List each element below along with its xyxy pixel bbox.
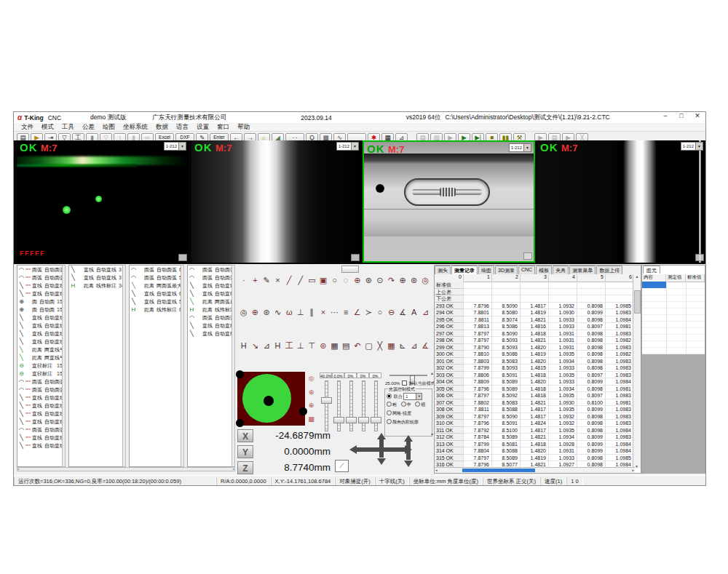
- tab-4[interactable]: CNC: [518, 266, 535, 274]
- table-row[interactable]: 296 OK7.88138.50861.48161.09330.80971.09…: [435, 323, 635, 330]
- table-special-row[interactable]: 标准值: [435, 282, 635, 289]
- slider-track[interactable]: [374, 380, 378, 431]
- tool-icon-1-1[interactable]: ⊕: [250, 307, 261, 317]
- minimize-button[interactable]: –: [657, 112, 673, 119]
- table-row[interactable]: 313 OK7.87998.50811.48181.09280.80991.09…: [435, 441, 635, 448]
- list-item[interactable]: ╲直线自动直线5: [188, 290, 234, 298]
- list-item[interactable]: ╲直线自动直线15: [17, 322, 65, 330]
- intensity-slider[interactable]: [389, 375, 427, 376]
- list-item[interactable]: ⊕圆自动圆15792: [17, 298, 65, 306]
- feature-list-panel-2[interactable]: ╲直线自动直线3╲直线自动直线3H距离线性标注34: [68, 265, 126, 467]
- camera-pane-4[interactable]: OK M:7 1-212▼: [537, 140, 705, 263]
- tool-icon-2-6[interactable]: ⊤: [306, 340, 318, 351]
- tool-icon-2-8[interactable]: ▦: [329, 340, 341, 351]
- list-item[interactable]: ◠***圆弧自动圆弧: [17, 266, 65, 274]
- tool-icon-2-13[interactable]: ▦: [386, 340, 397, 351]
- mode-radio-fine[interactable]: [415, 402, 420, 407]
- tab-1[interactable]: 测量记录: [451, 266, 478, 274]
- camera-3-grip-icon[interactable]: [523, 252, 532, 260]
- tool-icon-0-8[interactable]: ○: [329, 275, 341, 285]
- list-scrollbar[interactable]: [181, 265, 184, 467]
- tool-icon-2-5[interactable]: ⊥: [295, 340, 306, 351]
- camera-1-lens-select[interactable]: 1-212▼: [164, 142, 186, 151]
- table-row[interactable]: 309 OK7.87978.50901.48171.09320.80981.09…: [435, 413, 635, 420]
- table-row[interactable]: 310 OK7.87968.50911.48241.09320.80981.09…: [435, 420, 635, 427]
- list-item[interactable]: ╲***直线自动直线: [17, 418, 65, 426]
- tool-icon-1-7[interactable]: ×: [317, 307, 329, 317]
- list-item[interactable]: H距离线性标注6: [130, 306, 183, 314]
- list-item[interactable]: ╲***直线自动直线: [17, 434, 65, 442]
- camera-pane-2[interactable]: OK M:7 1-212▼: [191, 140, 361, 263]
- menu-9[interactable]: 窗口: [217, 123, 229, 132]
- list-item[interactable]: ╲直线自动直线5: [188, 330, 234, 338]
- tool-icon-0-11[interactable]: ⊛: [363, 275, 375, 285]
- tool-icon-2-7[interactable]: ⊚: [317, 340, 329, 351]
- menu-4[interactable]: 绘图: [103, 123, 115, 132]
- tool-icon-1-16[interactable]: ⊿: [420, 307, 432, 317]
- light-mode-icon-0[interactable]: ◎: [309, 375, 314, 382]
- light-mode-icons[interactable]: ◎⊛⊕▩: [306, 372, 317, 426]
- tool-icon-1-12[interactable]: ○: [374, 307, 386, 317]
- list-item[interactable]: ╲直线自动直线3: [69, 266, 125, 274]
- list-item[interactable]: ╲***直线自动直线: [17, 402, 65, 410]
- tool-icon-0-7[interactable]: ▣: [317, 275, 329, 285]
- tool-icon-1-13[interactable]: ⊖: [386, 307, 397, 317]
- tool-icon-0-12[interactable]: ⊙: [374, 275, 386, 285]
- tool-icon-2-4[interactable]: 工: [283, 340, 295, 351]
- table-row[interactable]: 300 OK7.88108.50861.48191.09350.80981.09…: [435, 351, 635, 358]
- tool-icon-0-9[interactable]: ◌: [340, 275, 352, 285]
- slider-thumb[interactable]: [346, 417, 357, 423]
- camera-1-grip-icon[interactable]: [178, 254, 187, 261]
- tool-icon-1-9[interactable]: ≡: [340, 307, 352, 317]
- menu-6[interactable]: 数据: [156, 123, 168, 132]
- menu-8[interactable]: 设置: [197, 123, 209, 132]
- table-row[interactable]: 314 OK7.88048.50881.48201.09310.80991.09…: [435, 447, 635, 455]
- camera-3-lens-select[interactable]: 1-212▼: [509, 143, 531, 152]
- tool-icon-1-2[interactable]: ⊛: [261, 307, 272, 317]
- tool-icon-2-9[interactable]: ▤: [340, 340, 352, 351]
- tool-icon-0-15[interactable]: ⊛: [408, 275, 420, 285]
- tool-icon-2-2[interactable]: ⊿: [261, 340, 272, 351]
- list-item[interactable]: ⊖直径标注15802: [17, 370, 65, 378]
- list-item[interactable]: ⊖直径标注15801: [17, 362, 65, 370]
- menu-7[interactable]: 语言: [176, 123, 189, 132]
- tab-8[interactable]: 数据上传: [596, 266, 622, 274]
- camera-2-lens-select[interactable]: 1-212▼: [336, 142, 359, 151]
- tool-icon-0-1[interactable]: +: [250, 275, 261, 285]
- list-item[interactable]: ◠***圆弧自动圆弧: [17, 274, 65, 282]
- table-row[interactable]: 297 OK7.87978.50901.48181.09310.80981.09…: [435, 330, 635, 338]
- table-row[interactable]: 293 OK7.87968.50901.48171.09320.80981.09…: [435, 303, 635, 310]
- list-item[interactable]: H距离线性标注55: [188, 306, 234, 314]
- table-row[interactable]: 304 OK7.88098.50891.48201.09330.80991.09…: [435, 378, 635, 386]
- light-slider-1[interactable]: 0.0%: [332, 372, 344, 434]
- tool-icon-0-6[interactable]: ▭: [306, 275, 318, 285]
- table-row[interactable]: 305 OK7.87968.50891.48181.09340.80981.09…: [435, 386, 635, 393]
- light-mode-icon-2[interactable]: ⊕: [309, 402, 314, 409]
- z-jog-arrows[interactable]: [405, 435, 412, 467]
- tab-3[interactable]: 3D测量: [495, 266, 518, 274]
- tab-0[interactable]: 测头: [435, 266, 451, 274]
- feature-list-panel-3[interactable]: ◠圆弧自动圆弧6◠圆弧自动圆弧5╲距离两圆弧最大距╲直线自动直线6╲直线自动直线…: [129, 265, 184, 467]
- list-item[interactable]: ◠圆弧自动圆弧6: [130, 266, 183, 274]
- restore-button[interactable]: □: [673, 112, 689, 119]
- light-slider-2[interactable]: 0%: [344, 372, 357, 434]
- table-row[interactable]: 302 OK7.87998.50931.48151.09330.80981.09…: [435, 364, 635, 372]
- tool-icon-1-4[interactable]: ω: [283, 307, 295, 317]
- table-special-row[interactable]: 上公差: [435, 289, 635, 296]
- table-row[interactable]: 315 OK7.87978.50891.48191.09330.80981.09…: [435, 455, 635, 462]
- table-row[interactable]: 306 OK7.87978.50921.48181.09350.80971.09…: [435, 392, 635, 399]
- feature-list-panel-1[interactable]: ◠***圆弧自动圆弧◠***圆弧自动圆弧╲***直线自动直线╲***直线自动直线…: [17, 265, 66, 467]
- list-item[interactable]: ╲直线自动直线15: [17, 314, 65, 322]
- tool-icon-0-14[interactable]: ⊕: [397, 275, 408, 285]
- tool-icon-0-0[interactable]: ·: [238, 275, 250, 285]
- tool-icon-1-8[interactable]: ⋯: [329, 307, 341, 317]
- tab-2[interactable]: 绘图: [478, 266, 494, 274]
- hscroll-thumb[interactable]: [462, 469, 535, 472]
- list-item[interactable]: ◠***圆弧自动圆弧: [17, 378, 65, 386]
- camera-4-lens-select[interactable]: 1-212▼: [681, 142, 703, 151]
- list-item[interactable]: ╲***直线自动直线: [17, 394, 65, 402]
- slider-thumb[interactable]: [371, 417, 381, 423]
- table-row[interactable]: 311 OK7.87928.51001.48171.09350.80981.09…: [435, 427, 635, 434]
- slider-track[interactable]: [349, 380, 353, 431]
- y-jog-arrows[interactable]: [378, 433, 385, 465]
